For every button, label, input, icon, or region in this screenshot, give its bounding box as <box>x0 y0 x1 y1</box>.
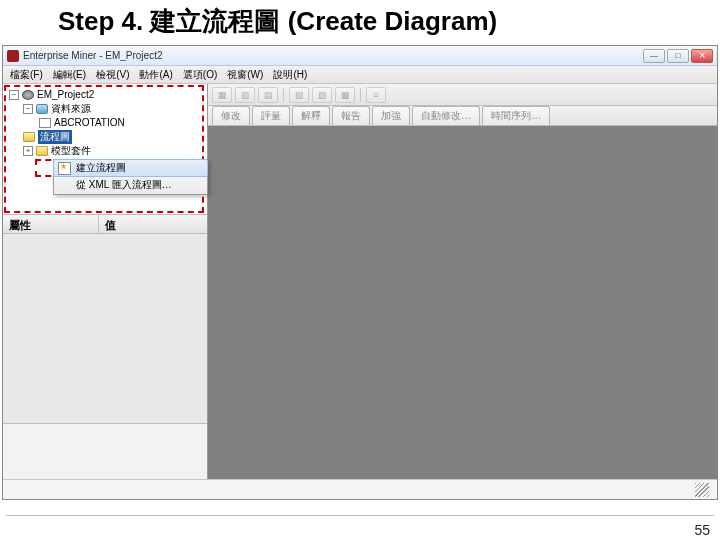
right-panel: ▦ ▥ ▤ ▧ ▨ ▩ ≡ 修改 評量 解釋 報告 加強 自動修改… 時間序列… <box>208 84 717 499</box>
toolbar-button[interactable]: ▧ <box>289 87 309 103</box>
expander-icon[interactable]: − <box>23 104 33 114</box>
menu-help[interactable]: 說明(H) <box>270 68 310 82</box>
tree-modelpkg[interactable]: 模型套件 <box>51 144 91 158</box>
page-number: 55 <box>694 522 710 538</box>
tree-diagrams[interactable]: 流程圖 <box>38 130 72 144</box>
left-panel: −EM_Project2 −資料來源 ABCROTATION 流程圖 +模型套件… <box>3 84 208 499</box>
close-button[interactable]: ✕ <box>691 49 713 63</box>
project-tree-panel: −EM_Project2 −資料來源 ABCROTATION 流程圖 +模型套件… <box>3 84 207 214</box>
window-title: Enterprise Miner - EM_Project2 <box>23 50 163 61</box>
application-window: Enterprise Miner - EM_Project2 — □ ✕ 檔案(… <box>2 45 718 500</box>
menu-window[interactable]: 視窗(W) <box>224 68 266 82</box>
project-tree[interactable]: −EM_Project2 −資料來源 ABCROTATION 流程圖 +模型套件 <box>3 84 207 162</box>
tab-item[interactable]: 時間序列… <box>482 106 550 125</box>
toolbar-button[interactable]: ▦ <box>212 87 232 103</box>
minimize-button[interactable]: — <box>643 49 665 63</box>
title-english: (Create Diagram) <box>280 6 497 36</box>
tab-item[interactable]: 評量 <box>252 106 290 125</box>
slide-title: Step 4. 建立流程圖 (Create Diagram) <box>0 0 720 45</box>
menu-options[interactable]: 選項(O) <box>180 68 220 82</box>
prop-col-value: 值 <box>99 215 207 233</box>
tab-item[interactable]: 報告 <box>332 106 370 125</box>
expander-icon[interactable]: − <box>9 90 19 100</box>
expander-icon[interactable]: + <box>23 146 33 156</box>
menu-view[interactable]: 檢視(V) <box>93 68 132 82</box>
menu-file[interactable]: 檔案(F) <box>7 68 46 82</box>
modelpkg-folder-icon <box>36 146 48 156</box>
body-area: −EM_Project2 −資料來源 ABCROTATION 流程圖 +模型套件… <box>3 84 717 499</box>
diagram-canvas[interactable] <box>208 126 717 499</box>
tree-root[interactable]: EM_Project2 <box>37 88 94 102</box>
resize-grip-icon[interactable] <box>695 483 709 497</box>
maximize-button[interactable]: □ <box>667 49 689 63</box>
toolbar-button[interactable]: ▩ <box>335 87 355 103</box>
node-tab-strip: 修改 評量 解釋 報告 加強 自動修改… 時間序列… <box>208 106 717 126</box>
context-menu: 建立流程圖 從 XML 匯入流程圖… <box>53 159 208 195</box>
new-diagram-icon <box>58 162 71 175</box>
slide-footer-line <box>6 515 714 516</box>
title-cjk: 建立流程圖 <box>150 7 280 36</box>
tab-item[interactable]: 加強 <box>372 106 410 125</box>
menu-actions[interactable]: 動作(A) <box>136 68 175 82</box>
tree-ds1[interactable]: ABCROTATION <box>54 116 125 130</box>
toolbar-button[interactable]: ▥ <box>235 87 255 103</box>
tab-item[interactable]: 自動修改… <box>412 106 480 125</box>
toolbar-button[interactable]: ≡ <box>366 87 386 103</box>
properties-body[interactable] <box>3 234 207 423</box>
ctx-create-diagram-label: 建立流程圖 <box>76 161 126 175</box>
ctx-import-xml[interactable]: 從 XML 匯入流程圖… <box>54 176 207 194</box>
tree-datasources[interactable]: 資料來源 <box>51 102 91 116</box>
step-prefix: Step 4. <box>58 6 150 36</box>
toolbar-strip: ▦ ▥ ▤ ▧ ▨ ▩ ≡ <box>208 84 717 106</box>
titlebar: Enterprise Miner - EM_Project2 — □ ✕ <box>3 46 717 66</box>
statusbar <box>3 479 717 499</box>
ctx-import-xml-label: 從 XML 匯入流程圖… <box>76 178 172 192</box>
diagram-folder-icon <box>23 132 35 142</box>
menu-edit[interactable]: 編輯(E) <box>50 68 89 82</box>
properties-header: 屬性 值 <box>3 214 207 234</box>
toolbar-button[interactable]: ▤ <box>258 87 278 103</box>
toolbar-separator <box>283 88 284 102</box>
menubar: 檔案(F) 編輯(E) 檢視(V) 動作(A) 選項(O) 視窗(W) 說明(H… <box>3 66 717 84</box>
toolbar-button[interactable]: ▨ <box>312 87 332 103</box>
toolbar-separator <box>360 88 361 102</box>
datasource-folder-icon <box>36 104 48 114</box>
tab-item[interactable]: 修改 <box>212 106 250 125</box>
ctx-create-diagram[interactable]: 建立流程圖 <box>53 159 208 177</box>
app-icon <box>7 50 19 62</box>
tab-item[interactable]: 解釋 <box>292 106 330 125</box>
datasource-icon <box>39 118 51 128</box>
prop-col-attr: 屬性 <box>3 215 99 233</box>
project-icon <box>22 90 34 100</box>
